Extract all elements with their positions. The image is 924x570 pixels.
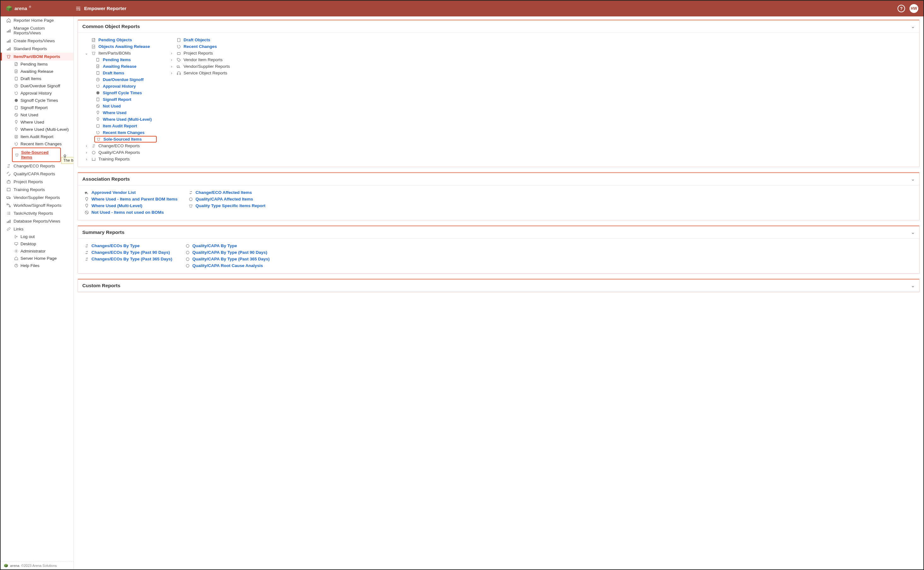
sidebar-sub-recent-item-changes[interactable]: Recent Item Changes (1, 140, 74, 147)
link-pending-items[interactable]: Pending Items (95, 57, 157, 63)
sidebar-training[interactable]: Training Reports (1, 186, 74, 193)
sidebar-create-reports[interactable]: Create Reports/Views (1, 37, 74, 45)
ban-icon (95, 104, 100, 109)
sidebar-item-part-bom[interactable]: Item/Part/BOM Reports (1, 53, 74, 61)
link-pending-objects[interactable]: Pending Objects (84, 37, 157, 43)
link-quality-capa-type[interactable]: Quality/CAPA By Type (185, 242, 280, 249)
chevron-right-icon[interactable]: › (169, 58, 174, 62)
page-title: Empower Reporter (84, 6, 126, 11)
clock-alert-icon (95, 77, 100, 82)
sidebar-sub-approval-history[interactable]: Approval History (1, 90, 74, 97)
link-signoff-cycle[interactable]: Signoff Cycle Times (95, 90, 157, 96)
group-vendor-item[interactable]: ›Vendor Item Reports (169, 57, 242, 63)
link-quality-capa-affected[interactable]: Quality/CAPA Affected Items (188, 196, 283, 202)
sidebar-workflow-signoff[interactable]: Workflow/Signoff Reports (1, 201, 74, 209)
link-where-used[interactable]: Where Used (95, 109, 157, 116)
sidebar-sub-signoff-report[interactable]: Signoff Report (1, 104, 74, 111)
sidebar-vendor-supplier[interactable]: Vendor/Supplier Reports (1, 193, 74, 201)
sidebar-link-help[interactable]: Help Files (1, 262, 74, 269)
link-where-used-items[interactable]: Where Used - Items and Parent BOM Items (84, 196, 179, 202)
sidebar-sub-where-used[interactable]: Where Used (1, 118, 74, 126)
link-quality-type-specific[interactable]: Quality Type Specific Items Report (188, 202, 283, 209)
link-objects-awaiting[interactable]: Objects Awaiting Release (84, 43, 157, 50)
section-header-common[interactable]: Common Object Reports ⌄ (78, 20, 919, 33)
link-change-eco-affected[interactable]: Change/ECO Affected Items (188, 189, 283, 196)
section-header-summary[interactable]: Summary Reports ⌄ (78, 226, 919, 239)
link-signoff-report[interactable]: Signoff Report (95, 96, 157, 103)
svg-rect-6 (7, 41, 8, 43)
link-where-used-multi-assoc[interactable]: Where Used (Multi-Level) (84, 202, 179, 209)
link-approval-history[interactable]: Approval History (95, 83, 157, 90)
group-change-eco[interactable]: ›Change/ECO Reports (84, 142, 157, 149)
link-draft-objects[interactable]: Draft Objects (169, 37, 242, 43)
chevron-right-icon[interactable]: › (84, 157, 89, 161)
link-changes-ecos-365[interactable]: Changes/ECOs By Type (Past 365 Days) (84, 256, 176, 262)
cycle-icon (188, 197, 193, 201)
link-draft-items[interactable]: Draft Items (95, 70, 157, 76)
link-changes-ecos-type[interactable]: Changes/ECOs By Type (84, 242, 176, 249)
chevron-right-icon[interactable]: › (84, 150, 89, 155)
group-service-object[interactable]: ›Service Object Reports (169, 70, 242, 76)
group-training[interactable]: ›Training Reports (84, 156, 157, 162)
link-awaiting-release[interactable]: Awaiting Release (95, 63, 157, 70)
link-due-overdue[interactable]: Due/Overdue Signoff (95, 76, 157, 83)
link-sole-sourced-highlighted[interactable]: Sole-Sourced Items (94, 136, 157, 142)
chevron-right-icon[interactable]: › (169, 71, 174, 75)
svg-point-43 (97, 92, 100, 95)
history-icon (95, 130, 100, 135)
link-quality-capa-90[interactable]: Quality/CAPA By Type (Past 90 Days) (185, 249, 280, 256)
sidebar-standard-reports[interactable]: Standard Reports (1, 45, 74, 53)
link-quality-capa-365[interactable]: Quality/CAPA By Type (Past 365 Days) (185, 256, 280, 262)
sidebar-reporter-home[interactable]: Reporter Home Page (1, 16, 74, 24)
sidebar-sub-sole-sourced[interactable]: Sole-Sourced Items The Items with only o… (14, 149, 59, 161)
group-project-reports[interactable]: ›Project Reports (169, 50, 242, 57)
sidebar-sub-awaiting-release[interactable]: Awaiting Release (1, 68, 74, 75)
svg-rect-13 (15, 70, 17, 73)
sidebar-project[interactable]: Project Reports (1, 178, 74, 186)
svg-rect-30 (10, 220, 11, 223)
sidebar-sub-due-overdue[interactable]: Due/Overdue Signoff (1, 82, 74, 90)
link-recent-item-changes[interactable]: Recent Item Changes (95, 129, 157, 136)
chevron-right-icon[interactable]: › (169, 64, 174, 69)
menu-toggle-icon[interactable] (75, 6, 81, 11)
globe-icon (14, 98, 18, 103)
svg-rect-38 (92, 45, 95, 48)
link-item-audit[interactable]: Item Audit Report (95, 123, 157, 129)
sidebar-sub-not-used[interactable]: Not Used (1, 111, 74, 118)
link-quality-root-cause[interactable]: Quality/CAPA Root Cause Analysis (185, 262, 280, 269)
group-vendor-supplier[interactable]: ›Vendor/Supplier Reports (169, 63, 242, 70)
sidebar-links[interactable]: Links (1, 225, 74, 233)
sidebar-sub-draft-items[interactable]: Draft Items (1, 75, 74, 82)
sidebar-sub-item-audit[interactable]: Item Audit Report (1, 133, 74, 140)
sidebar-manage-custom[interactable]: Manage Custom Reports/Views (1, 24, 74, 37)
sidebar-task-activity[interactable]: Task/Activity Reports (1, 209, 74, 217)
sidebar-link-desktop[interactable]: Desktop (1, 240, 74, 247)
link-not-used-items[interactable]: Not Used - Items not used on BOMs (84, 209, 179, 216)
sidebar-link-logout[interactable]: Log out (1, 233, 74, 240)
sidebar-database[interactable]: Database Reports/Views (1, 217, 74, 225)
chevron-right-icon[interactable]: › (169, 51, 174, 55)
group-item-parts-boms[interactable]: ⌄Item/Parts/BOMs (84, 50, 157, 57)
chevron-down-icon[interactable]: ⌄ (84, 51, 89, 55)
sidebar-sub-signoff-cycle[interactable]: Signoff Cycle Times (1, 97, 74, 104)
link-where-used-multi[interactable]: Where Used (Multi-Level) (95, 116, 157, 123)
sidebar-quality-capa[interactable]: Quality/CAPA Reports (1, 170, 74, 178)
link-approved-vendor[interactable]: Approved Vendor List (84, 189, 179, 196)
user-avatar[interactable]: HW (910, 4, 918, 13)
section-header-custom[interactable]: Custom Reports ⌄ (78, 280, 919, 292)
doc-icon (14, 76, 18, 81)
link-recent-changes[interactable]: Recent Changes (169, 43, 242, 50)
link-changes-ecos-90[interactable]: Changes/ECOs By Type (Past 90 Days) (84, 249, 176, 256)
svg-point-16 (15, 99, 18, 102)
svg-rect-10 (8, 48, 9, 51)
brand-logo[interactable]: arena ® (6, 5, 31, 12)
group-quality-capa[interactable]: ›Quality/CAPA Reports (84, 149, 157, 156)
section-header-association[interactable]: Association Reports ⌄ (78, 173, 919, 185)
sidebar-link-server-home[interactable]: Server Home Page (1, 255, 74, 262)
sidebar-link-admin[interactable]: Administrator (1, 247, 74, 255)
sidebar-sub-pending-items[interactable]: Pending Items (1, 61, 74, 68)
help-button[interactable]: ? (898, 5, 905, 12)
chevron-right-icon[interactable]: › (84, 144, 89, 148)
sidebar-sub-where-used-multi[interactable]: Where Used (Multi-Level) (1, 126, 74, 133)
link-not-used[interactable]: Not Used (95, 103, 157, 109)
